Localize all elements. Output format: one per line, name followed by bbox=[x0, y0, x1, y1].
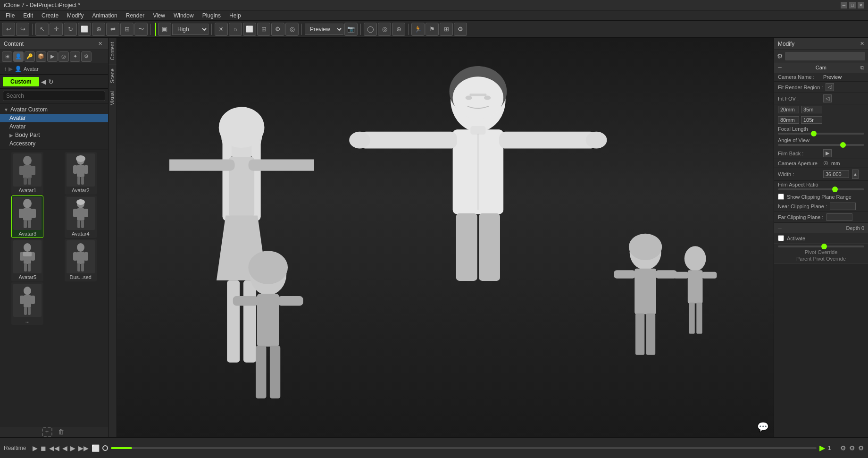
tab-scenes[interactable]: ⊞ bbox=[2, 51, 12, 62]
angle-view-track[interactable] bbox=[778, 144, 864, 146]
settings-button[interactable]: ⚙ bbox=[271, 23, 284, 36]
tab-effects[interactable]: ✦ bbox=[70, 51, 80, 62]
tab-motions[interactable]: ▶ bbox=[47, 51, 58, 62]
timeline-button[interactable]: ⊞ bbox=[440, 23, 453, 36]
fit-render-button[interactable]: ◁ bbox=[826, 83, 834, 91]
avatar-item-4[interactable]: Avatar4 bbox=[65, 195, 97, 238]
undo-button[interactable]: ↩ bbox=[2, 23, 15, 36]
goto-start-button[interactable]: ◀◀ bbox=[49, 444, 59, 452]
tab-props[interactable]: 📦 bbox=[36, 51, 46, 62]
timeline-settings-3[interactable]: ⚙ bbox=[858, 444, 864, 452]
width-input[interactable] bbox=[823, 170, 849, 178]
tool2-button[interactable]: ◎ bbox=[378, 23, 391, 36]
avatar-item-5[interactable]: Avatar5 bbox=[11, 239, 43, 281]
snap-button[interactable]: ⊞ bbox=[120, 23, 134, 36]
step-fwd-button[interactable]: ▶ bbox=[70, 444, 75, 452]
menu-animation[interactable]: Animation bbox=[88, 11, 121, 20]
rotate-button[interactable]: ↻ bbox=[64, 23, 77, 36]
menu-view[interactable]: View bbox=[149, 11, 169, 20]
step-back-button[interactable]: ◀ bbox=[62, 444, 67, 452]
cam-detach-button[interactable]: ⧉ bbox=[860, 65, 864, 71]
side-tab-visual[interactable]: Visual bbox=[108, 87, 117, 109]
tool1-button[interactable]: ◯ bbox=[364, 23, 377, 36]
search-input[interactable] bbox=[3, 91, 105, 101]
menu-file[interactable]: File bbox=[2, 11, 18, 20]
pose-button[interactable]: 🏃 bbox=[411, 23, 425, 36]
cam-section-header[interactable]: ─ Cam ⧉ bbox=[774, 62, 868, 73]
menu-help[interactable]: Help bbox=[225, 11, 245, 20]
menu-edit[interactable]: Edit bbox=[19, 11, 37, 20]
scale-button[interactable]: ⬜ bbox=[78, 23, 91, 36]
focal-length-thumb[interactable] bbox=[811, 131, 817, 136]
eye-button[interactable]: ◎ bbox=[285, 23, 299, 36]
avatar-item-1[interactable]: Avatar1 bbox=[11, 152, 43, 195]
tab-materials[interactable]: ◎ bbox=[58, 51, 69, 62]
fit-fov-button[interactable]: ◁ bbox=[823, 94, 832, 102]
film-back-button[interactable]: ▶ bbox=[823, 149, 832, 157]
near-clipping-input[interactable] bbox=[830, 203, 856, 210]
tree-node-head[interactable]: Avatar bbox=[0, 122, 108, 131]
timeline-position-dot[interactable] bbox=[102, 445, 108, 451]
tab-avatars[interactable]: 👤 bbox=[13, 51, 24, 62]
avatar-item-7[interactable]: ... bbox=[11, 282, 43, 325]
frame-button[interactable]: ⬜ bbox=[243, 23, 256, 36]
focal-105mm-input[interactable] bbox=[801, 116, 822, 124]
category-prev-button[interactable]: ◀ bbox=[41, 78, 46, 85]
add-avatar-button[interactable]: + bbox=[42, 427, 52, 437]
pivot-track[interactable] bbox=[778, 246, 864, 247]
redo-button[interactable]: ↪ bbox=[16, 23, 29, 36]
menu-window[interactable]: Window bbox=[170, 11, 198, 20]
width-up-button[interactable]: ▲ bbox=[852, 170, 859, 179]
menu-modify[interactable]: Modify bbox=[63, 11, 87, 20]
tree-node-avatar[interactable]: Avatar bbox=[0, 114, 108, 122]
activate-checkbox[interactable] bbox=[778, 235, 784, 241]
tree-node-avatar-custom[interactable]: ▼ Avatar Custom bbox=[0, 105, 108, 114]
tree-node-accessory[interactable]: Accessory bbox=[0, 139, 108, 148]
timeline-settings-2[interactable]: ⚙ bbox=[849, 444, 855, 452]
flag-button[interactable]: ⚑ bbox=[426, 23, 439, 36]
camera-button[interactable]: 📷 bbox=[344, 23, 358, 36]
menu-plugins[interactable]: Plugins bbox=[199, 11, 225, 20]
grid-button[interactable]: ⊞ bbox=[257, 23, 270, 36]
minimize-button[interactable]: ─ bbox=[841, 2, 847, 8]
move-button[interactable]: ✛ bbox=[50, 23, 63, 36]
side-tab-content[interactable]: Content bbox=[108, 38, 117, 64]
modify-settings-button[interactable]: ⚙ bbox=[777, 52, 783, 60]
tool3-button[interactable]: ⊕ bbox=[392, 23, 405, 36]
focal-length-track[interactable] bbox=[778, 133, 864, 135]
side-tab-scene[interactable]: Scene bbox=[108, 64, 117, 87]
timeline-bar[interactable] bbox=[111, 447, 817, 449]
select-button[interactable]: ↖ bbox=[35, 23, 49, 36]
focal-35mm-input[interactable] bbox=[801, 106, 822, 113]
align-button[interactable]: ⇌ bbox=[106, 23, 119, 36]
play-button[interactable]: ▶ bbox=[33, 444, 38, 452]
tab-settings-ct[interactable]: ⚙ bbox=[81, 51, 92, 62]
avatar-item-3[interactable]: Avatar3 bbox=[11, 195, 43, 238]
category-next-button[interactable]: ↻ bbox=[48, 78, 54, 85]
film-aspect-thumb[interactable] bbox=[832, 187, 838, 192]
preview-dropdown[interactable]: Preview Realtime bbox=[305, 24, 343, 35]
show-clipping-checkbox[interactable] bbox=[778, 194, 784, 200]
loop-button[interactable]: ⬜ bbox=[92, 444, 100, 452]
content-close-button[interactable]: ✕ bbox=[96, 40, 104, 48]
focal-80mm-input[interactable] bbox=[778, 116, 799, 124]
menu-create[interactable]: Create bbox=[38, 11, 62, 20]
delete-avatar-button[interactable]: 🗑 bbox=[56, 427, 67, 437]
film-aspect-track[interactable] bbox=[778, 188, 864, 190]
tool4-button[interactable]: ⚙ bbox=[454, 23, 467, 36]
viewport[interactable]: 💬 bbox=[117, 38, 774, 437]
avatar-item-6[interactable]: Dus...sed bbox=[65, 239, 97, 281]
tree-node-bodypart[interactable]: ▶ Body Part bbox=[0, 131, 108, 139]
angle-view-thumb[interactable] bbox=[840, 142, 846, 148]
tab-accessories[interactable]: 🔑 bbox=[25, 51, 35, 62]
sun-button[interactable]: ☀ bbox=[215, 23, 228, 36]
render-preview-button[interactable]: ▣ bbox=[158, 23, 171, 36]
avatar-item-2[interactable]: Avatar2 bbox=[65, 152, 97, 195]
breadcrumb-home-icon[interactable]: ↑ bbox=[4, 66, 7, 72]
far-clipping-input[interactable] bbox=[826, 213, 852, 221]
pivot-thumb[interactable] bbox=[821, 244, 827, 249]
transform-button[interactable]: ⊕ bbox=[92, 23, 105, 36]
modify-close-button[interactable]: ✕ bbox=[860, 41, 864, 47]
custom-category-button[interactable]: Custom bbox=[3, 77, 39, 86]
timeline-settings-1[interactable]: ⚙ bbox=[840, 444, 846, 452]
